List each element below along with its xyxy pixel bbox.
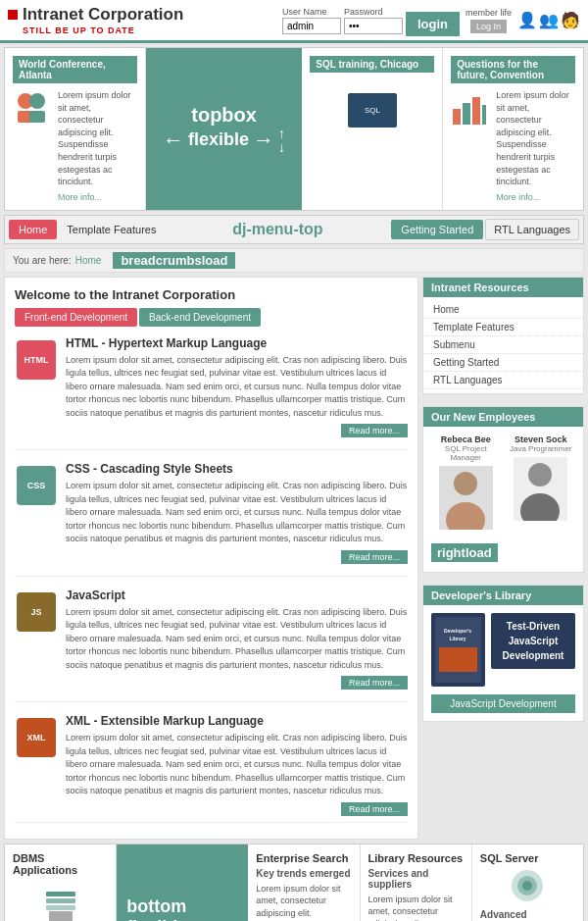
employee-1-role: SQL Project Manager (431, 444, 501, 462)
book-title: Test-Driven JavaScript Development (491, 613, 575, 669)
xml-title: XML - Extensible Markup Language (66, 714, 408, 728)
svg-rect-23 (46, 905, 75, 910)
nav-item-started[interactable]: Getting Started (391, 220, 483, 239)
svg-rect-7 (463, 103, 470, 125)
employee-1: Rebeca Bee SQL Project Manager (431, 435, 501, 530)
nav-item-template[interactable]: Template Features (59, 220, 164, 239)
login-form: User Name Password login (282, 4, 460, 36)
logo-area: Intranet Corporation STILL BE UP TO DATE (8, 5, 282, 35)
topbox-title-1: World Conference, Atlanta (13, 56, 137, 83)
css-text: Lorem ipsum dolor sit amet, consectetur … (66, 480, 408, 546)
svg-point-27 (522, 881, 532, 891)
password-input[interactable] (344, 18, 403, 34)
dev-library-title: Developer's Library (423, 586, 583, 605)
sidebar-item-home[interactable]: Home (423, 301, 583, 319)
employee-1-name: Rebeca Bee (431, 435, 501, 444)
bottom-dbms: DBMS Applications Lorem ipsum dolor sit … (5, 844, 117, 921)
bottom-library: Library Resources Services and suppliers… (361, 844, 472, 921)
sidebar-item-rtl[interactable]: RTL Languages (423, 372, 583, 389)
topbox-icon-1 (13, 89, 52, 128)
logo-subtitle: STILL BE UP TO DATE (23, 26, 282, 35)
breadcrumb-home[interactable]: Home (75, 255, 102, 266)
login-button[interactable]: login (406, 12, 460, 36)
log-in-button[interactable]: Log In (470, 20, 507, 33)
html-read-more[interactable]: Read more... (341, 424, 408, 437)
flexible-text: flexible (188, 129, 249, 150)
intranet-resources-title: Intranet Resources (423, 278, 583, 297)
employees-list: Rebeca Bee SQL Project Manager Steven So… (423, 427, 583, 537)
css-icon: CSS (17, 466, 56, 505)
topbox-icon-4 (451, 89, 490, 128)
js-article-body: JavaScript Lorem ipsum dolor sit amet, c… (66, 588, 408, 691)
sidebar-item-template[interactable]: Template Features (423, 319, 583, 336)
svg-rect-8 (472, 97, 480, 125)
svg-point-11 (454, 472, 477, 495)
tab-frontend[interactable]: Front-end Development (15, 308, 137, 327)
html-article-body: HTML - Hypertext Markup Language Lorem i… (66, 336, 408, 438)
content-title: Welcome to the Intranet Corporation (15, 287, 408, 302)
rightload-area: rightload (423, 537, 583, 572)
nav-item-rtl[interactable]: RTL Languages (485, 219, 579, 240)
sidebar-item-submenu[interactable]: Submenu (423, 336, 583, 354)
topbox-text-1: Lorem ipsum dolor sit amet, consectetur … (58, 89, 137, 188)
member-life-area: member life Log In (466, 8, 512, 33)
dev-library-link[interactable]: JavaScript Development (431, 694, 575, 713)
you-are-here: You are here: (13, 255, 72, 266)
svg-rect-24 (49, 911, 73, 921)
username-input[interactable] (282, 18, 341, 34)
css-icon-container: CSS (15, 462, 58, 564)
bottom-sql-title: SQL Server (480, 852, 575, 864)
topbox-link-1[interactable]: More info... (58, 192, 137, 202)
employee-2-avatar (514, 457, 567, 521)
employee-2: Steven Sock Java Programmer (507, 435, 576, 530)
article-js: JS JavaScript Lorem ipsum dolor sit amet… (15, 588, 408, 703)
article-xml: XML XML - Extensible Markup Language Lor… (15, 714, 408, 823)
js-icon: JS (17, 592, 56, 632)
topbox-link-4[interactable]: More info... (496, 192, 575, 202)
logo-icon (8, 10, 18, 20)
password-label: Password (344, 7, 403, 17)
dev-library-box: Developer's Library Developer's Library … (422, 585, 584, 722)
main-area: Welcome to the Intranet Corporation Fron… (4, 277, 584, 840)
bottom-boxes: DBMS Applications Lorem ipsum dolor sit … (4, 844, 584, 921)
employee-2-name: Steven Sock (507, 435, 576, 444)
sidebar-item-getting-started[interactable]: Getting Started (423, 354, 583, 372)
html-text: Lorem ipsum dolor sit amet, consectetur … (66, 354, 408, 421)
bottom-sql-icon (480, 868, 575, 905)
html-icon: HTML (17, 340, 56, 380)
intranet-resources-box: Intranet Resources Home Template Feature… (422, 277, 584, 394)
svg-text:SQL: SQL (365, 106, 381, 115)
tab-backend[interactable]: Back-end Development (139, 308, 261, 327)
users-icon: 👥 (539, 11, 559, 29)
svg-rect-21 (46, 892, 75, 896)
username-label: User Name (282, 7, 341, 17)
bottom-dbms-title: DBMS Applications (13, 852, 108, 876)
css-read-more[interactable]: Read more... (341, 550, 408, 564)
bottom-sql: SQL Server Advanced Technology Lorem ips… (472, 844, 583, 921)
xml-icon: XML (17, 718, 56, 757)
svg-rect-20 (439, 647, 477, 672)
arrow-right-icon: → (253, 128, 274, 153)
bottom-enterprise: Enterprise Search Key trends emerged Lor… (248, 844, 360, 921)
js-icon-container: JS (15, 588, 58, 691)
svg-rect-9 (482, 105, 486, 125)
xml-read-more[interactable]: Read more... (341, 802, 408, 816)
article-html: HTML HTML - Hypertext Markup Language Lo… (15, 336, 408, 451)
book-cover-visual: Developer's Library (431, 613, 485, 689)
xml-article-body: XML - Extensible Markup Language Lorem i… (66, 714, 408, 816)
bottom-enterprise-subtitle: Key trends emerged (256, 868, 351, 879)
topbox-questions: Questions for the future, Convention Lor… (443, 48, 583, 210)
nav-item-home[interactable]: Home (9, 220, 57, 239)
employee-2-role: Java Programmer (507, 444, 576, 453)
sidebar: Intranet Resources Home Template Feature… (422, 277, 584, 840)
topbox-flexible: topbox ← flexible → ↑↓ (146, 48, 303, 210)
svg-text:Developer's: Developer's (444, 628, 471, 634)
new-employees-box: Our New Employees Rebeca Bee SQL Project… (422, 406, 584, 573)
header: Intranet Corporation STILL BE UP TO DATE… (0, 0, 588, 43)
html-icon-container: HTML (15, 336, 58, 438)
js-read-more[interactable]: Read more... (341, 676, 408, 690)
nav-label: dj-menu-top (166, 221, 389, 238)
html-title: HTML - Hypertext Markup Language (66, 336, 408, 350)
topbox-world-conference: World Conference, Atlanta Lorem ipsum do… (5, 48, 146, 210)
svg-point-1 (29, 93, 45, 109)
